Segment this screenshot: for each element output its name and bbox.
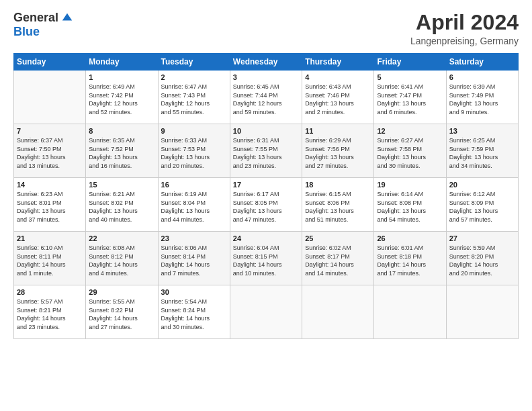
day-number: 22	[89, 234, 154, 242]
calendar-cell: 27Sunrise: 5:59 AM Sunset: 8:20 PM Dayli…	[446, 232, 518, 285]
day-number: 10	[233, 127, 299, 135]
day-info: Sunrise: 6:10 AM Sunset: 8:11 PM Dayligh…	[17, 244, 83, 277]
calendar-cell: 2Sunrise: 6:47 AM Sunset: 7:43 PM Daylig…	[158, 71, 230, 124]
day-info: Sunrise: 6:39 AM Sunset: 7:49 PM Dayligh…	[449, 83, 515, 116]
day-number: 6	[449, 73, 515, 81]
day-of-week-header: Friday	[374, 54, 446, 71]
day-info: Sunrise: 6:27 AM Sunset: 7:58 PM Dayligh…	[377, 136, 443, 170]
day-info: Sunrise: 6:47 AM Sunset: 7:43 PM Dayligh…	[161, 83, 227, 116]
calendar-cell: 10Sunrise: 6:31 AM Sunset: 7:55 PM Dayli…	[230, 124, 302, 178]
calendar-week-row: 7Sunrise: 6:37 AM Sunset: 7:50 PM Daylig…	[14, 124, 519, 178]
calendar-cell: 28Sunrise: 5:57 AM Sunset: 8:21 PM Dayli…	[14, 285, 86, 339]
day-info: Sunrise: 6:49 AM Sunset: 7:42 PM Dayligh…	[89, 83, 154, 116]
day-info: Sunrise: 6:31 AM Sunset: 7:55 PM Dayligh…	[233, 136, 299, 170]
calendar-cell: 8Sunrise: 6:35 AM Sunset: 7:52 PM Daylig…	[86, 124, 158, 178]
calendar-week-row: 21Sunrise: 6:10 AM Sunset: 8:11 PM Dayli…	[14, 232, 519, 285]
day-info: Sunrise: 5:55 AM Sunset: 8:22 PM Dayligh…	[89, 298, 154, 331]
calendar-cell: 22Sunrise: 6:08 AM Sunset: 8:12 PM Dayli…	[86, 232, 158, 285]
day-number: 2	[161, 73, 227, 81]
day-info: Sunrise: 6:29 AM Sunset: 7:56 PM Dayligh…	[305, 136, 371, 170]
calendar-cell: 16Sunrise: 6:19 AM Sunset: 8:04 PM Dayli…	[158, 178, 230, 232]
calendar-cell: 1Sunrise: 6:49 AM Sunset: 7:42 PM Daylig…	[86, 71, 158, 124]
day-info: Sunrise: 6:06 AM Sunset: 8:14 PM Dayligh…	[161, 244, 227, 277]
calendar-cell: 23Sunrise: 6:06 AM Sunset: 8:14 PM Dayli…	[158, 232, 230, 285]
day-of-week-header: Thursday	[302, 54, 374, 71]
calendar-cell: 21Sunrise: 6:10 AM Sunset: 8:11 PM Dayli…	[14, 232, 86, 285]
day-of-week-header: Wednesday	[230, 54, 302, 71]
day-info: Sunrise: 5:54 AM Sunset: 8:24 PM Dayligh…	[161, 298, 227, 331]
day-of-week-header: Tuesday	[158, 54, 230, 71]
day-info: Sunrise: 5:57 AM Sunset: 8:21 PM Dayligh…	[17, 298, 83, 331]
calendar-cell: 6Sunrise: 6:39 AM Sunset: 7:49 PM Daylig…	[446, 71, 518, 124]
title-block: April 2024 Langenpreising, Germany	[410, 11, 519, 46]
calendar-cell	[14, 71, 86, 124]
calendar-cell: 4Sunrise: 6:43 AM Sunset: 7:46 PM Daylig…	[302, 71, 374, 124]
calendar-table: SundayMondayTuesdayWednesdayThursdayFrid…	[13, 53, 519, 339]
calendar-cell: 19Sunrise: 6:14 AM Sunset: 8:08 PM Dayli…	[374, 178, 446, 232]
day-number: 14	[17, 181, 83, 189]
calendar-header-row: SundayMondayTuesdayWednesdayThursdayFrid…	[14, 54, 519, 71]
day-of-week-header: Monday	[86, 54, 158, 71]
day-number: 13	[449, 127, 515, 135]
day-info: Sunrise: 6:43 AM Sunset: 7:46 PM Dayligh…	[305, 83, 371, 116]
day-info: Sunrise: 6:01 AM Sunset: 8:18 PM Dayligh…	[377, 244, 443, 277]
day-number: 25	[305, 234, 371, 242]
calendar-cell: 15Sunrise: 6:21 AM Sunset: 8:02 PM Dayli…	[86, 178, 158, 232]
calendar-cell: 11Sunrise: 6:29 AM Sunset: 7:56 PM Dayli…	[302, 124, 374, 178]
calendar-cell: 7Sunrise: 6:37 AM Sunset: 7:50 PM Daylig…	[14, 124, 86, 178]
day-number: 28	[17, 288, 83, 296]
calendar-cell	[230, 285, 302, 339]
day-number: 26	[377, 234, 443, 242]
day-of-week-header: Sunday	[14, 54, 86, 71]
logo: General Blue	[13, 11, 73, 39]
day-info: Sunrise: 6:23 AM Sunset: 8:01 PM Dayligh…	[17, 190, 83, 224]
day-info: Sunrise: 6:17 AM Sunset: 8:05 PM Dayligh…	[233, 190, 299, 224]
day-info: Sunrise: 6:41 AM Sunset: 7:47 PM Dayligh…	[377, 83, 443, 116]
day-info: Sunrise: 6:14 AM Sunset: 8:08 PM Dayligh…	[377, 190, 443, 224]
day-info: Sunrise: 6:08 AM Sunset: 8:12 PM Dayligh…	[89, 244, 154, 277]
day-number: 18	[305, 181, 371, 189]
calendar-cell: 13Sunrise: 6:25 AM Sunset: 7:59 PM Dayli…	[446, 124, 518, 178]
day-number: 17	[233, 181, 299, 189]
calendar-cell: 20Sunrise: 6:12 AM Sunset: 8:09 PM Dayli…	[446, 178, 518, 232]
calendar-cell: 17Sunrise: 6:17 AM Sunset: 8:05 PM Dayli…	[230, 178, 302, 232]
day-number: 9	[161, 127, 227, 135]
day-number: 19	[377, 181, 443, 189]
day-info: Sunrise: 6:37 AM Sunset: 7:50 PM Dayligh…	[17, 136, 83, 170]
day-info: Sunrise: 6:33 AM Sunset: 7:53 PM Dayligh…	[161, 136, 227, 170]
day-of-week-header: Saturday	[446, 54, 518, 71]
day-info: Sunrise: 6:15 AM Sunset: 8:06 PM Dayligh…	[305, 190, 371, 224]
calendar-cell: 30Sunrise: 5:54 AM Sunset: 8:24 PM Dayli…	[158, 285, 230, 339]
svg-marker-0	[62, 13, 72, 20]
day-info: Sunrise: 6:04 AM Sunset: 8:15 PM Dayligh…	[233, 244, 299, 277]
calendar-cell: 18Sunrise: 6:15 AM Sunset: 8:06 PM Dayli…	[302, 178, 374, 232]
day-info: Sunrise: 6:21 AM Sunset: 8:02 PM Dayligh…	[89, 190, 154, 224]
day-number: 1	[89, 73, 154, 81]
day-number: 8	[89, 127, 154, 135]
day-info: Sunrise: 6:45 AM Sunset: 7:44 PM Dayligh…	[233, 83, 299, 116]
day-number: 16	[161, 181, 227, 189]
day-number: 3	[233, 73, 299, 81]
calendar-cell: 3Sunrise: 6:45 AM Sunset: 7:44 PM Daylig…	[230, 71, 302, 124]
day-number: 11	[305, 127, 371, 135]
day-number: 20	[449, 181, 515, 189]
day-number: 23	[161, 234, 227, 242]
calendar-cell: 25Sunrise: 6:02 AM Sunset: 8:17 PM Dayli…	[302, 232, 374, 285]
day-number: 24	[233, 234, 299, 242]
header: General Blue April 2024 Langenpreising, …	[13, 11, 519, 46]
calendar-cell: 12Sunrise: 6:27 AM Sunset: 7:58 PM Dayli…	[374, 124, 446, 178]
day-number: 30	[161, 288, 227, 296]
day-number: 21	[17, 234, 83, 242]
day-number: 12	[377, 127, 443, 135]
location-text: Langenpreising, Germany	[410, 36, 519, 46]
day-number: 7	[17, 127, 83, 135]
calendar-cell: 24Sunrise: 6:04 AM Sunset: 8:15 PM Dayli…	[230, 232, 302, 285]
calendar-cell: 9Sunrise: 6:33 AM Sunset: 7:53 PM Daylig…	[158, 124, 230, 178]
calendar-week-row: 28Sunrise: 5:57 AM Sunset: 8:21 PM Dayli…	[14, 285, 519, 339]
calendar-cell	[446, 285, 518, 339]
calendar-week-row: 14Sunrise: 6:23 AM Sunset: 8:01 PM Dayli…	[14, 178, 519, 232]
day-info: Sunrise: 5:59 AM Sunset: 8:20 PM Dayligh…	[449, 244, 515, 277]
day-info: Sunrise: 6:25 AM Sunset: 7:59 PM Dayligh…	[449, 136, 515, 170]
logo-icon	[61, 12, 73, 24]
calendar-cell	[374, 285, 446, 339]
